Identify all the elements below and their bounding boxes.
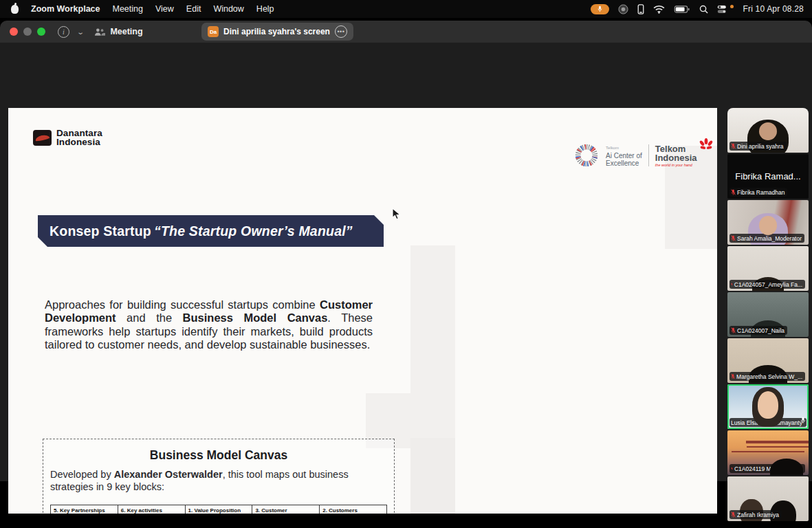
shared-slide: DanantaraIndonesia Telkom Ai Center of E… [8, 108, 717, 514]
muted-mic-icon [731, 235, 736, 241]
mic-in-use-indicator-icon[interactable] [591, 4, 609, 14]
wifi-icon[interactable] [653, 5, 665, 14]
menu-edit[interactable]: Edit [186, 4, 201, 14]
bmc-cell-key-partnerships: 5. Key Partnerships [51, 505, 118, 514]
iphone-mirroring-icon[interactable] [637, 4, 644, 14]
participant-name: Fibrika Ramadhan [737, 189, 784, 196]
ai-coe-text: Telkom Ai Center of Excellence [606, 144, 642, 167]
menu-bar-clock[interactable]: Fri 10 Apr 08.28 [743, 4, 804, 14]
zoom-window-body: DanantaraIndonesia Telkom Ai Center of E… [0, 43, 812, 481]
zoom-window-title-bar: i ⌄ Meeting Da Dini aprilia syahra's scr… [0, 21, 812, 43]
participant-name: C1A024119 MOHAMMA... [734, 465, 802, 472]
macos-menu-bar: Zoom Workplace Meeting View Edit Window … [0, 0, 812, 18]
window-title: Meeting [110, 27, 142, 36]
shared-screen-tab[interactable]: Da Dini aprilia syahra's screen ••• [201, 23, 353, 41]
participant-tile-sarah[interactable]: Sarah Amalia_Moderator [727, 200, 809, 245]
muted-mic-icon [731, 189, 736, 195]
muted-mic-icon [731, 143, 736, 149]
participant-tile-fibrika[interactable]: Fibrika Ramad... Fibrika Ramadhan [727, 154, 809, 199]
apple-logo-icon[interactable] [11, 5, 19, 14]
unmuted-mic-icon [800, 414, 806, 426]
control-center-icon[interactable] [717, 5, 727, 14]
muted-mic-icon [731, 327, 736, 333]
close-window-button[interactable] [10, 28, 18, 36]
telkom-hand-icon [699, 138, 714, 153]
menu-app-name[interactable]: Zoom Workplace [31, 4, 100, 14]
chevron-down-icon[interactable]: ⌄ [76, 28, 85, 36]
slide-title: Konsep Startup [50, 223, 151, 239]
minimize-window-button[interactable] [23, 28, 32, 36]
danantara-logo-icon [33, 130, 52, 146]
participant-name: Zafirah Ikramiya [737, 512, 779, 518]
menu-window[interactable]: Window [213, 4, 243, 14]
bmc-cell-customers: 2. Customers [320, 505, 386, 514]
bmc-grid: 5. Key Partnerships 6. Key activities 7.… [50, 505, 387, 514]
muted-mic-icon [731, 373, 735, 380]
participant-strip: Dini aprilia syahra Fibrika Ramad... Fib… [727, 108, 809, 521]
screen-record-status-icon[interactable] [618, 4, 628, 14]
window-controls [10, 28, 45, 36]
bmc-title: Business Model Canvas [43, 448, 394, 463]
notification-dot [730, 5, 734, 8]
participant-name: Margaretha Selvina W_... [736, 373, 802, 380]
shared-screen-tab-title: Dini aprilia syahra's screen [223, 27, 330, 36]
bmc-cell-key-activities: 6. Key activities [118, 505, 185, 514]
business-model-canvas-box: Business Model Canvas Developed by Alexa… [43, 439, 395, 514]
muted-mic-icon [731, 512, 736, 518]
spotlight-search-icon[interactable] [699, 5, 708, 14]
bmc-subtitle: Developed by Alexander Osterwalder, this… [50, 469, 387, 493]
menu-help[interactable]: Help [256, 4, 274, 14]
participant-name: Dini aprilia syahra [737, 143, 784, 150]
ai-coe-sunburst-icon [573, 142, 600, 168]
participant-tile-naila[interactable]: C1A024007_Naila [727, 292, 809, 337]
participants-icon [94, 28, 105, 36]
tab-options-icon[interactable]: ••• [335, 25, 347, 38]
participant-tile-zafirah[interactable]: Zafirah Ikramiya [727, 476, 809, 521]
participant-name: C1A024057_Ameylia Fa... [734, 281, 802, 288]
intro-paragraph: Approaches for building successful start… [45, 298, 373, 352]
participant-tile-ameylia[interactable]: C1A024057_Ameylia Fa... [727, 246, 809, 291]
participant-tile-lusia-active-speaker[interactable]: Lusia Elsa Dika Damayanty [727, 384, 809, 429]
telkom-logo: TelkomIndonesia the world in your hand [655, 144, 711, 167]
participant-tile-mohamma[interactable]: C1A024119 MOHAMMA... [727, 430, 809, 475]
slide-title-italic: “The Startup Owner’s Manual” [154, 223, 353, 239]
participant-name: Sarah Amalia_Moderator [737, 235, 802, 242]
slide-title-banner: Konsep Startup “The Startup Owner’s Manu… [38, 215, 384, 247]
menu-meeting[interactable]: Meeting [112, 4, 142, 14]
fullscreen-window-button[interactable] [37, 28, 45, 36]
participant-name: Lusia Elsa Dika Damayanty [731, 419, 802, 426]
partner-logos: Telkom Ai Center of Excellence TelkomInd… [573, 142, 717, 168]
muted-mic-icon [731, 281, 733, 287]
battery-icon[interactable] [674, 6, 690, 13]
muted-mic-icon [731, 465, 733, 472]
bmc-cell-value-proposition: 1. Value Proposition [186, 505, 252, 514]
bmc-cell-customer-relationships: 3. Customer relationships [252, 505, 319, 514]
meeting-info-icon[interactable]: i [58, 26, 69, 38]
participant-name: C1A024007_Naila [737, 327, 784, 334]
shared-screen-tab-icon: Da [208, 26, 219, 37]
mouse-cursor-icon [392, 208, 401, 223]
menu-view[interactable]: View [155, 4, 174, 14]
participant-tile-margaretha[interactable]: Margaretha Selvina W_... [727, 338, 809, 383]
participant-tile-dini[interactable]: Dini aprilia syahra [727, 108, 809, 153]
